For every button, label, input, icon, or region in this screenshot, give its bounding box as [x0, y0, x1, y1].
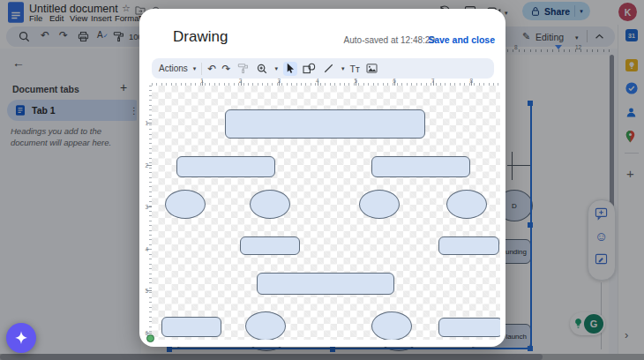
drawing-canvas[interactable]: [152, 86, 500, 340]
canvas-shape[interactable]: [176, 156, 275, 177]
canvas-shape[interactable]: [161, 317, 221, 337]
canvas-shape[interactable]: [250, 190, 290, 219]
zoom-tool-icon[interactable]: [255, 62, 269, 76]
drawing-toolbar: Actions ▾ ↶ ↷ ▾ ▾ Tт: [152, 58, 494, 79]
canvas-shape[interactable]: [240, 236, 300, 255]
ruler-number: 3: [145, 204, 148, 210]
autosave-status: Auto-saved at 12:48:29: [344, 35, 435, 45]
toolbar-divider: [201, 63, 202, 75]
canvas-resize-handle[interactable]: [146, 334, 154, 342]
actions-menu-button[interactable]: Actions: [159, 64, 188, 73]
sparkle-icon: [13, 330, 29, 346]
line-caret-icon[interactable]: ▾: [341, 65, 345, 71]
ruler-number: 4: [145, 246, 148, 252]
ruler-number: 1: [145, 120, 148, 126]
ruler-number: 2: [145, 162, 148, 169]
shape-tool-icon[interactable]: [303, 62, 317, 76]
ruler-number: 1: [200, 78, 204, 84]
canvas-shape[interactable]: [245, 311, 286, 340]
canvas-shape[interactable]: [438, 236, 499, 255]
line-tool-icon[interactable]: [322, 62, 336, 76]
vertical-ruler: 123456: [142, 86, 152, 340]
ruler-number: 5: [355, 78, 358, 84]
canvas-shape[interactable]: [257, 273, 394, 295]
app-root: Untitled document ☆ File Edit View Inser…: [0, 0, 644, 360]
ruler-number: 2: [239, 78, 243, 84]
canvas-shape[interactable]: [371, 311, 412, 340]
ruler-number: 4: [316, 78, 319, 84]
canvas-shape[interactable]: [438, 318, 500, 337]
save-and-close-button[interactable]: Save and close: [428, 34, 495, 45]
ruler-number: 3: [277, 78, 281, 84]
ruler-number: 8: [469, 78, 473, 84]
redo-icon[interactable]: ↷: [221, 63, 230, 75]
drawing-dialog: Drawing Auto-saved at 12:48:29 Save and …: [139, 9, 505, 347]
horizontal-ruler: 12345678: [152, 78, 500, 86]
ruler-number: 5: [145, 288, 148, 294]
undo-icon[interactable]: ↶: [207, 63, 216, 75]
ruler-number: 7: [431, 78, 435, 84]
select-tool-icon[interactable]: [283, 62, 297, 76]
text-tool-icon[interactable]: Tт: [349, 64, 359, 74]
image-tool-icon[interactable]: [365, 62, 379, 76]
zoom-caret-icon[interactable]: ▾: [274, 65, 278, 71]
canvas-shape[interactable]: [371, 156, 470, 177]
dialog-title: Drawing: [173, 28, 228, 46]
canvas-shape[interactable]: [165, 190, 206, 219]
canvas-shape[interactable]: [359, 190, 400, 219]
ruler-number: 6: [393, 78, 396, 84]
canvas-shape[interactable]: [225, 109, 425, 139]
actions-caret-icon: ▾: [193, 65, 197, 71]
gemini-fab-button[interactable]: [6, 323, 36, 353]
paint-format-icon: [236, 62, 250, 76]
canvas-shape[interactable]: [446, 190, 487, 219]
